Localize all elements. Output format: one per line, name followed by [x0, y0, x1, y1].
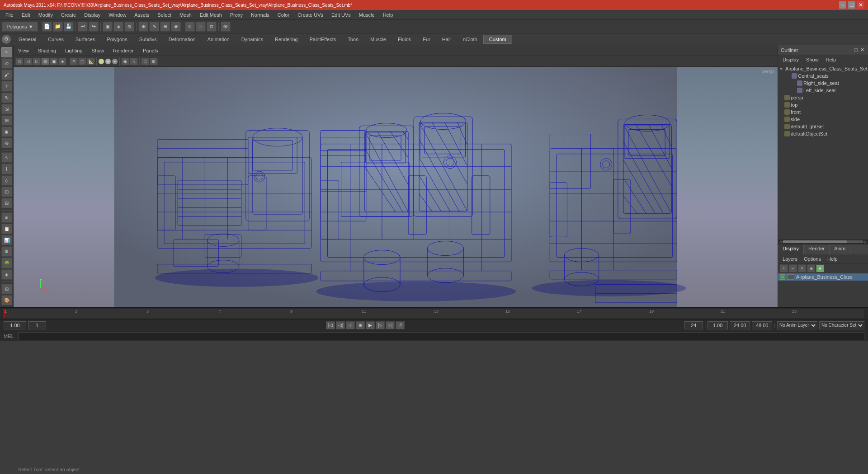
channel-box-btn[interactable]: 📊 [1, 235, 12, 245]
next-key-btn[interactable]: |▷ [376, 321, 385, 329]
polygons-dropdown[interactable]: Polygons ▼ [2, 22, 38, 32]
lasso-select-btn[interactable]: ⊙ [1, 58, 12, 69]
curve-tool-btn[interactable]: ∿ [1, 152, 12, 163]
shelf-tab-fluids[interactable]: Fluids [392, 35, 417, 44]
insert-edge-btn[interactable]: | [1, 164, 12, 174]
maximize-button[interactable]: □ [848, 1, 855, 9]
shelf-tab-animation[interactable]: Animation [202, 35, 236, 44]
outliner-min-btn[interactable]: − [849, 47, 852, 53]
tree-row-side[interactable]: side [779, 116, 867, 123]
select-by-hierarchy-btn[interactable]: ▣ [103, 22, 113, 32]
hypergraph-btn[interactable]: ◈ [1, 269, 12, 280]
shelf-options-icon[interactable]: ⚙ [2, 35, 11, 44]
menu-normals[interactable]: Normals [247, 11, 273, 19]
layers-help-menu[interactable]: Help [825, 255, 840, 263]
outliner-max-btn[interactable]: □ [854, 47, 858, 53]
tool-settings-btn[interactable]: ⚙ [1, 246, 12, 257]
shelf-tab-painteffects[interactable]: PaintEffects [304, 35, 342, 44]
extrude-btn[interactable]: ⊡ [1, 187, 12, 197]
shelf-tab-fur[interactable]: Fur [417, 35, 436, 44]
stop-btn[interactable]: ■ [356, 321, 365, 329]
range-end-field[interactable] [730, 321, 750, 329]
shelf-tab-toon[interactable]: Toon [342, 35, 364, 44]
menu-edit-uvs[interactable]: Edit UVs [328, 11, 354, 19]
open-scene-btn[interactable]: 📁 [53, 22, 63, 32]
prev-camera-btn[interactable]: ◁ [24, 58, 32, 65]
shelf-tab-surfaces[interactable]: Surfaces [70, 35, 101, 44]
menu-proxy[interactable]: Proxy [226, 11, 246, 19]
end-frame-field[interactable] [684, 321, 703, 329]
camera-gate-btn[interactable]: ▢ [78, 58, 86, 65]
minimize-button[interactable]: − [839, 1, 846, 9]
outliner-hscrollbar[interactable]: ◁ ▷ [778, 239, 868, 244]
resolution-btn[interactable]: 📐 [87, 58, 95, 65]
layout-four-btn[interactable]: ⊞ [150, 58, 158, 65]
layer-editor-btn[interactable]: ≡ [1, 212, 12, 223]
shelf-tab-custom[interactable]: Custom [483, 35, 512, 44]
display-layer-tab[interactable]: Display [778, 244, 804, 254]
close-button[interactable]: ✕ [857, 1, 864, 9]
menu-mesh[interactable]: Mesh [176, 11, 195, 19]
delete-layer-btn[interactable]: − [789, 264, 797, 272]
shelf-tab-hair[interactable]: Hair [436, 35, 457, 44]
shelf-tab-deformation[interactable]: Deformation [163, 35, 202, 44]
snap-to-curve-btn[interactable]: ∿ [149, 22, 159, 32]
menu-edit[interactable]: Edit [18, 11, 34, 19]
rotate-tool-btn[interactable]: ↻ [1, 93, 12, 103]
go-to-end-btn[interactable]: ▷| [386, 321, 395, 329]
layout-single-btn[interactable]: □ [141, 58, 149, 65]
anim-end-field[interactable] [752, 321, 772, 329]
menu-help[interactable]: Help [379, 11, 397, 19]
tree-row-lightset[interactable]: defaultLightSet [779, 123, 867, 130]
next-camera-btn[interactable]: ▷ [33, 58, 41, 65]
wireframe-btn[interactable]: ⊞ [41, 58, 49, 65]
outliner-btn[interactable]: 🌳 [1, 258, 12, 268]
select-by-object-type-btn[interactable]: ◈ [113, 22, 123, 32]
play-back-btn[interactable]: ◁ [346, 321, 355, 329]
undo-btn[interactable]: ↩ [78, 22, 88, 32]
layer-color-btn[interactable]: ■ [816, 264, 824, 272]
new-scene-btn[interactable]: 📄 [42, 22, 52, 32]
current-frame-field[interactable] [28, 321, 46, 329]
viewport-canvas[interactable]: x y persp [14, 67, 778, 307]
save-scene-btn[interactable]: 💾 [64, 22, 74, 32]
shaded-btn[interactable]: ▣ [50, 58, 58, 65]
snap-to-surface-btn[interactable]: ◈ [171, 22, 181, 32]
soft-mod-btn[interactable]: ◉ [1, 127, 12, 137]
anim-layer-tab[interactable]: Anim [830, 244, 850, 254]
go-to-start-btn[interactable]: |◁ [326, 321, 335, 329]
shelf-tab-polygons[interactable]: Polygons [101, 35, 133, 44]
tree-row-left[interactable]: Left_side_seat [779, 87, 867, 94]
menu-display[interactable]: Display [80, 11, 104, 19]
tree-row-objset[interactable]: defaultObjectSet [779, 130, 867, 137]
layer-membership-btn[interactable]: ◈ [807, 264, 815, 272]
scale-tool-btn[interactable]: ⇲ [1, 104, 12, 114]
shelf-tab-curves[interactable]: Curves [42, 35, 70, 44]
tree-row-persp[interactable]: persp [779, 94, 867, 101]
render-btn[interactable]: ▷ [196, 22, 206, 32]
timeline-ruler[interactable]: 1 3 5 7 9 11 13 15 17 19 21 23 [4, 309, 864, 318]
shelf-tab-general[interactable]: General [13, 35, 42, 44]
menu-window[interactable]: Window [105, 11, 130, 19]
menu-edit-mesh[interactable]: Edit Mesh [196, 11, 226, 19]
isolate-select-btn[interactable]: ◉ [121, 58, 129, 65]
universal-manip-btn[interactable]: ⊞ [1, 115, 12, 126]
move-tool-btn[interactable]: ✛ [1, 81, 12, 91]
layer-vis-toggle[interactable]: V [780, 274, 785, 280]
shading-menu[interactable]: Shading [35, 47, 59, 54]
history-btn[interactable]: ⊙ [185, 22, 195, 32]
anim-start-field[interactable] [4, 321, 26, 329]
shelf-tab-subdivs[interactable]: Subdivs [133, 35, 163, 44]
anim-layer-select[interactable]: No Anim Layer [777, 321, 817, 329]
outliner-show-menu[interactable]: Show [803, 56, 821, 63]
outliner-close-btn[interactable]: ✕ [860, 47, 864, 53]
new-layer-btn[interactable]: + [780, 264, 788, 272]
mel-input[interactable] [19, 332, 864, 340]
paint-select-btn[interactable]: 🖌 [1, 70, 12, 80]
menu-create-uvs[interactable]: Create UVs [294, 11, 327, 19]
menu-select[interactable]: Select [154, 11, 175, 19]
select-by-component-btn[interactable]: ⊞ [124, 22, 134, 32]
menu-color[interactable]: Color [274, 11, 293, 19]
xray-btn[interactable]: ☆ [130, 58, 138, 65]
loop-btn[interactable]: ↺ [396, 321, 405, 329]
